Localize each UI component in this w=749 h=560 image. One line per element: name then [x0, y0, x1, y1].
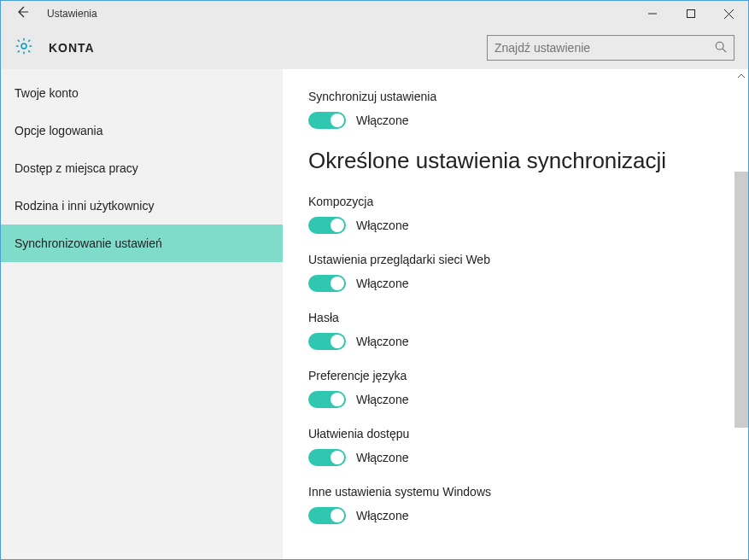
setting-label: Preferencje języka	[308, 369, 723, 382]
setting-label: Kompozycja	[308, 195, 723, 208]
toggle-knob	[331, 219, 344, 232]
toggle-state: Włączone	[356, 114, 408, 127]
window-buttons	[633, 1, 748, 26]
sidebar-item-account[interactable]: Twoje konto	[1, 74, 283, 112]
toggle-state: Włączone	[356, 277, 408, 290]
toggle-sync[interactable]	[308, 112, 346, 129]
arrow-left-icon	[15, 5, 29, 19]
close-icon	[724, 9, 734, 19]
toggle-row: Włączone	[308, 391, 723, 408]
toggle-accessibility[interactable]	[308, 449, 346, 466]
setting-label: Ustawienia przeglądarki sieci Web	[308, 253, 723, 266]
gear-icon	[15, 37, 33, 59]
scroll-up-arrow[interactable]	[734, 69, 748, 83]
toggle-knob	[331, 451, 344, 464]
svg-point-5	[716, 42, 723, 50]
page-title: KONTA	[49, 41, 487, 55]
toggle-knob	[331, 114, 344, 127]
toggle-knob	[331, 277, 344, 290]
toggle-state: Włączone	[356, 509, 408, 522]
sidebar-item-label: Opcje logowania	[15, 124, 103, 137]
chevron-up-icon	[737, 72, 746, 80]
setting-label: Hasła	[308, 311, 723, 324]
toggle-row: Włączone	[308, 449, 723, 466]
sidebar-item-label: Rodzina i inni użytkownicy	[15, 199, 154, 213]
toggle-row: Włączone	[308, 333, 723, 350]
toggle-state: Włączone	[356, 451, 408, 464]
maximize-button[interactable]	[671, 1, 710, 26]
content: Synchronizuj ustawienia Włączone Określo…	[283, 69, 748, 559]
section-heading: Określone ustawienia synchronizacji	[308, 148, 723, 174]
setting-sync: Synchronizuj ustawienia Włączone	[308, 90, 723, 129]
svg-rect-1	[687, 10, 694, 18]
toggle-row: Włączone	[308, 275, 723, 292]
sidebar-item-login-options[interactable]: Opcje logowania	[1, 112, 283, 149]
toggle-state: Włączone	[356, 219, 408, 232]
sidebar-item-workplace-access[interactable]: Dostęp z miejsca pracy	[1, 149, 283, 187]
setting-label: Ułatwienia dostępu	[308, 427, 723, 440]
setting-label: Synchronizuj ustawienia	[308, 90, 723, 103]
sidebar-item-label: Dostęp z miejsca pracy	[15, 161, 138, 175]
toggle-state: Włączone	[356, 335, 408, 348]
svg-point-4	[21, 44, 26, 49]
minimize-icon	[648, 9, 657, 18]
toggle-theme[interactable]	[308, 217, 346, 234]
sidebar-item-family-users[interactable]: Rodzina i inni użytkownicy	[1, 187, 283, 225]
toggle-language[interactable]	[308, 391, 346, 408]
window-title: Ustawienia	[44, 8, 633, 20]
body: Twoje konto Opcje logowania Dostęp z mie…	[1, 69, 748, 559]
setting-theme: Kompozycja Włączone	[308, 195, 723, 234]
scrollbar-thumb[interactable]	[734, 172, 748, 428]
toggle-row: Włączone	[308, 507, 723, 524]
sidebar-item-sync-settings[interactable]: Synchronizowanie ustawień	[1, 225, 283, 262]
toggle-row: Włączone	[308, 112, 723, 129]
setting-other-windows: Inne ustawienia systemu Windows Włączone	[308, 485, 723, 524]
toggle-knob	[331, 509, 344, 522]
minimize-button[interactable]	[633, 1, 671, 26]
titlebar: Ustawienia	[1, 1, 748, 26]
sidebar-item-label: Twoje konto	[15, 86, 79, 100]
toggle-passwords[interactable]	[308, 333, 346, 350]
setting-passwords: Hasła Włączone	[308, 311, 723, 350]
toggle-knob	[331, 393, 344, 406]
sidebar-item-label: Synchronizowanie ustawień	[15, 236, 162, 250]
toggle-state: Włączone	[356, 393, 408, 406]
back-button[interactable]	[1, 5, 44, 23]
svg-line-6	[723, 49, 726, 52]
setting-language: Preferencje języka Włączone	[308, 369, 723, 408]
toggle-other-windows[interactable]	[308, 507, 346, 524]
setting-label: Inne ustawienia systemu Windows	[308, 485, 723, 499]
setting-browser: Ustawienia przeglądarki sieci Web Włączo…	[308, 253, 723, 292]
search-input[interactable]	[494, 41, 715, 55]
search-box[interactable]	[487, 35, 734, 61]
header: KONTA	[1, 26, 748, 69]
search-icon[interactable]	[715, 41, 727, 55]
toggle-browser[interactable]	[308, 275, 346, 292]
close-button[interactable]	[710, 1, 748, 26]
toggle-knob	[331, 335, 344, 348]
toggle-row: Włączone	[308, 217, 723, 234]
setting-accessibility: Ułatwienia dostępu Włączone	[308, 427, 723, 466]
maximize-icon	[687, 9, 695, 18]
sidebar: Twoje konto Opcje logowania Dostęp z mie…	[1, 69, 283, 559]
